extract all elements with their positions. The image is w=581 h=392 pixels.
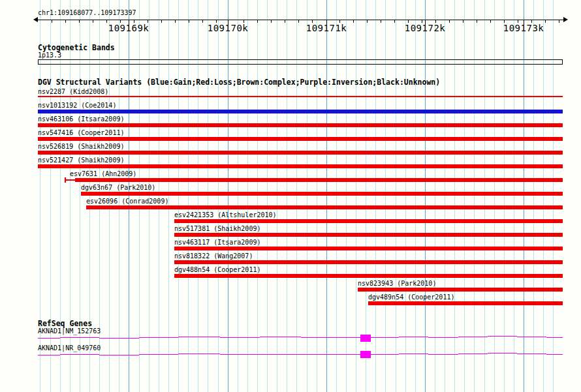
gene-intron-line[interactable] xyxy=(546,354,563,355)
gene-intron-line[interactable] xyxy=(220,337,260,338)
gene-intron-line[interactable] xyxy=(458,354,488,354)
gene-intron-line[interactable] xyxy=(99,355,139,355)
gene-intron-line[interactable] xyxy=(428,337,458,338)
gene-label: AKNAD1|NM_152763 xyxy=(38,327,101,335)
gene-intron-line[interactable] xyxy=(340,354,360,355)
gene-label: AKNAD1|NR_049760 xyxy=(38,344,101,352)
gene-intron-line[interactable] xyxy=(488,336,517,337)
gene-intron-line[interactable] xyxy=(517,354,546,354)
gene-intron-line[interactable] xyxy=(546,337,563,338)
gene-intron-line[interactable] xyxy=(38,355,60,355)
gene-intron-line[interactable] xyxy=(178,337,220,337)
gene-exon-box[interactable] xyxy=(360,351,371,358)
genome-browser-canvas: 109169k109170k109171k109172k109173k chr1… xyxy=(0,0,581,392)
gene-intron-line[interactable] xyxy=(38,338,60,339)
gene-intron-line[interactable] xyxy=(99,338,139,339)
gene-intron-line[interactable] xyxy=(458,337,488,337)
gene-intron-line[interactable] xyxy=(60,337,99,338)
gene-intron-line[interactable] xyxy=(60,354,99,355)
gene-intron-line[interactable] xyxy=(260,337,301,337)
gene-intron-line[interactable] xyxy=(340,337,360,338)
refseq-gene-models: AKNAD1|NM_152763AKNAD1|NR_049760 xyxy=(0,0,581,392)
gene-intron-line[interactable] xyxy=(301,337,340,338)
gene-intron-line[interactable] xyxy=(178,354,220,354)
gene-exon-box[interactable] xyxy=(360,335,371,342)
gene-intron-line[interactable] xyxy=(428,354,458,355)
gene-intron-line[interactable] xyxy=(371,354,399,355)
gene-intron-line[interactable] xyxy=(399,337,428,337)
gene-intron-line[interactable] xyxy=(301,354,340,355)
gene-intron-line[interactable] xyxy=(139,337,178,338)
gene-intron-line[interactable] xyxy=(399,354,428,354)
gene-intron-line[interactable] xyxy=(260,354,301,355)
gene-intron-line[interactable] xyxy=(139,354,178,355)
gene-intron-line[interactable] xyxy=(517,337,546,337)
gene-intron-line[interactable] xyxy=(488,353,517,354)
gene-intron-line[interactable] xyxy=(220,354,260,355)
gene-intron-line[interactable] xyxy=(371,337,399,338)
